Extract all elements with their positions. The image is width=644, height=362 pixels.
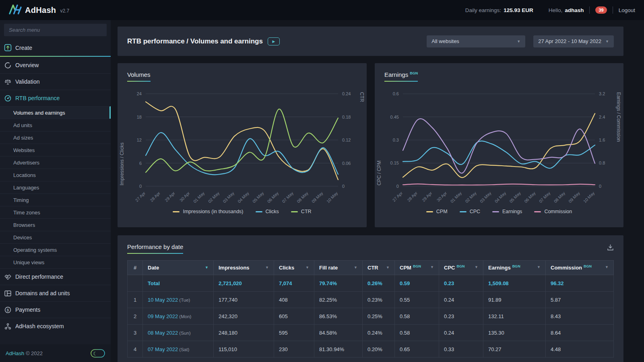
x-axis-tick: 07 May	[538, 191, 551, 204]
sidebar-item-label: Payments	[15, 306, 40, 313]
legend-swatch	[291, 211, 298, 212]
page-title: RTB performance / Volumes and earnings	[127, 37, 263, 45]
sidebar-item-create[interactable]: Create	[0, 39, 111, 56]
date-link[interactable]: 09 May 2022	[148, 313, 178, 319]
y-axis-tick-left: 0.45	[390, 115, 399, 119]
date-link[interactable]: 08 May 2022	[148, 330, 178, 336]
sidebar-subitem-advertisers[interactable]: Advertisers	[0, 156, 111, 169]
legend-item-cpm[interactable]: CPM	[426, 209, 448, 214]
column-header-commission[interactable]: CommissionBGN▼	[546, 261, 614, 275]
currency-unit: BGN	[584, 264, 592, 268]
search-input[interactable]	[4, 24, 107, 36]
date-link[interactable]: 07 May 2022	[148, 346, 178, 352]
legend-label: CPC	[470, 209, 480, 214]
sidebar-subitem-timing[interactable]: Timing	[0, 193, 111, 206]
sidebar-item-adhash-ecosystem[interactable]: AdHash ecosystem	[0, 318, 111, 334]
download-icon[interactable]	[607, 244, 614, 253]
sidebar-subitem-unique-views[interactable]: Unique views	[0, 256, 111, 268]
column-header-ctr[interactable]: CTR▼	[363, 261, 395, 275]
legend-item-impressions-in-thousands-[interactable]: Impressions (in thousands)	[173, 209, 243, 214]
x-axis-tick: 27 Apr	[392, 191, 404, 203]
table-row: 209 May 2022 (Mon)242,32060586.53%0.25%0…	[128, 308, 614, 325]
sidebar-subitem-browsers[interactable]: Browsers	[0, 218, 111, 231]
column-label: Commission	[551, 265, 582, 271]
legend-item-earnings[interactable]: Earnings	[492, 209, 522, 214]
volumes-left-axis-title: Impressions / Clicks	[119, 92, 125, 185]
footer-brand-link[interactable]: AdHash	[6, 350, 24, 356]
column-header-impressions[interactable]: Impressions▼	[214, 261, 274, 275]
legend-swatch	[460, 211, 466, 212]
x-axis-tick: 01 May	[450, 191, 463, 204]
x-axis-tick: 02 May	[464, 191, 478, 204]
table-row: 110 May 2022 (Tue)177,74040882.25%0.23%0…	[128, 292, 614, 308]
y-axis-tick-right: 0	[599, 184, 601, 189]
y-axis-tick-left: 6	[139, 161, 142, 166]
x-axis-tick: 01 May	[192, 190, 206, 204]
sidebar-subitem-volumes-and-earnings[interactable]: Volumes and earnings	[0, 106, 111, 119]
sidebar-item-domains-and-ad-units[interactable]: Domains and ad units	[0, 285, 111, 301]
sidebar-subitem-devices[interactable]: Devices	[0, 231, 111, 243]
sidebar-subitem-languages[interactable]: Languages	[0, 181, 111, 193]
y-axis-tick-right: 0.12	[342, 138, 351, 142]
sidebar-subitem-ad-sizes[interactable]: Ad sizes	[0, 131, 111, 144]
sidebar-subitem-websites[interactable]: Websites	[0, 144, 111, 156]
notifications-badge[interactable]: 39	[595, 6, 607, 14]
adhash-logo[interactable]: AdHash v2.7	[9, 4, 69, 16]
sidebar-subitem-locations[interactable]: Locations	[0, 169, 111, 181]
legend-item-commission[interactable]: Commission	[534, 209, 572, 214]
column-header-clicks[interactable]: Clicks▼	[274, 261, 314, 275]
sidebar-item-validation[interactable]: Validation	[0, 73, 111, 90]
table-row: 308 May 2022 (Sun)248,18059584.58%0.24%0…	[128, 325, 614, 341]
x-axis-tick: 03 May	[479, 191, 492, 204]
row-number-cell	[128, 275, 143, 292]
legend-item-clicks[interactable]: Clicks	[256, 209, 279, 214]
earnings-left-axis-title: CPC / CPM	[376, 92, 382, 185]
series-line-earnings	[403, 119, 595, 173]
column-header-date[interactable]: Date▼	[143, 261, 214, 275]
y-axis-tick-left: 24	[137, 91, 142, 96]
logout-button[interactable]: Logout	[619, 7, 635, 13]
username: adhash	[565, 7, 584, 13]
y-axis-tick-left: 0.6	[393, 91, 399, 96]
rtb-performance-icon	[4, 95, 12, 102]
date-range-picker[interactable]: 27 Apr 2022 - 10 May 2022 ▼	[533, 35, 614, 47]
sidebar-item-rtb-performance[interactable]: RTB performance	[0, 90, 111, 106]
sidebar-subitem-ad-units[interactable]: Ad units	[0, 119, 111, 131]
table-title: Performance by date	[127, 243, 183, 254]
earnings-cell: 132.11	[483, 308, 546, 325]
x-axis-tick: 07 May	[281, 190, 294, 204]
column-header-cpc[interactable]: CPCBGN▼	[439, 261, 483, 275]
sidebar-subitem-time-zones[interactable]: Time zones	[0, 206, 111, 218]
sidebar-item-overview[interactable]: Overview	[0, 57, 111, 73]
fill-rate-cell: 86.53%	[314, 308, 363, 325]
date-link[interactable]: 10 May 2022	[148, 297, 178, 303]
sidebar-subitem-operating-systems[interactable]: Operating systems	[0, 243, 111, 256]
column-label: Earnings	[488, 265, 511, 271]
y-axis-tick-right: 2.4	[599, 115, 605, 119]
play-report-button[interactable]: ▶	[268, 37, 280, 45]
total-label-cell: Total	[143, 275, 214, 292]
sidebar-item-payments[interactable]: $Payments	[0, 301, 111, 318]
date-range-value: 27 Apr 2022 - 10 May 2022	[538, 38, 601, 44]
legend-item-ctr[interactable]: CTR	[291, 209, 312, 214]
ctr-cell: 0.26%	[363, 275, 395, 292]
y-axis-tick-left: 0	[396, 184, 399, 189]
sort-caret-icon: ▼	[537, 265, 541, 269]
sidebar-item-direct-performance[interactable]: Direct performance	[0, 268, 111, 285]
column-header-fill-rate[interactable]: Fill rate▼	[314, 261, 363, 275]
column-header-num[interactable]: #	[128, 261, 143, 275]
theme-toggle[interactable]: ☾	[91, 349, 105, 358]
column-header-earnings[interactable]: EarningsBGN▼	[483, 261, 546, 275]
volumes-chart-card: Volumes Impressions / Clicks CTR 240.241…	[118, 63, 367, 227]
clicks-cell: 230	[274, 341, 314, 358]
legend-item-cpc[interactable]: CPC	[460, 209, 480, 214]
x-axis-tick: 02 May	[207, 190, 220, 204]
website-filter-select[interactable]: All websites ▼	[427, 35, 525, 47]
y-axis-tick-right: 0.8	[599, 160, 605, 165]
x-axis-tick: 08 May	[296, 190, 309, 204]
commission-cell: 4.48	[546, 341, 614, 358]
column-header-cpm[interactable]: CPMBGN▼	[395, 261, 439, 275]
overview-icon	[4, 62, 12, 69]
earnings-chart: 0.63.20.452.40.31.60.150.80027 Apr28 Apr…	[384, 85, 614, 206]
legend-label: CPM	[436, 209, 448, 214]
